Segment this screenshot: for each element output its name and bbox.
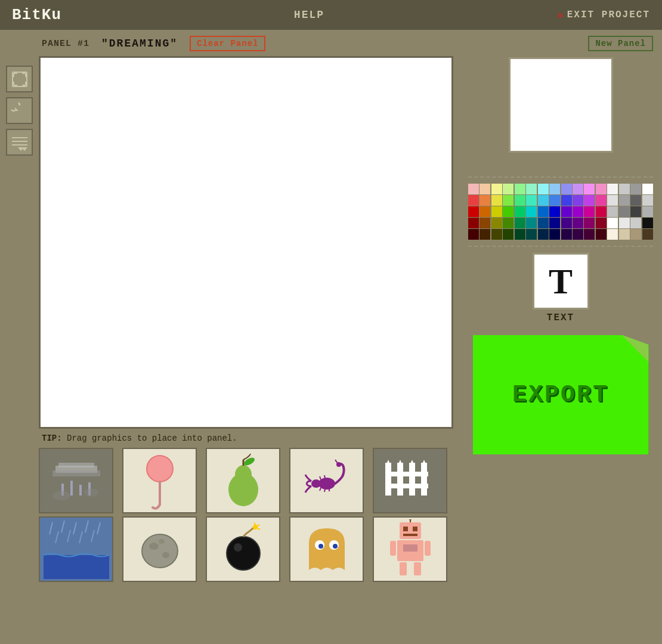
clear-panel-button[interactable]: Clear Panel [190,36,265,51]
color-swatch[interactable] [596,229,607,240]
color-swatch[interactable] [630,195,641,206]
undo-tool-button[interactable] [6,97,33,124]
color-swatch[interactable] [573,206,583,217]
color-swatch[interactable] [561,229,572,240]
color-swatch[interactable] [619,206,630,217]
color-swatch[interactable] [503,229,513,240]
color-swatch[interactable] [549,206,560,217]
color-swatch[interactable] [480,218,490,228]
color-swatch[interactable] [526,229,537,240]
color-swatch[interactable] [619,229,630,240]
sprite-fence[interactable] [373,448,447,513]
color-swatch[interactable] [515,206,525,217]
color-swatch[interactable] [526,218,537,228]
help-link[interactable]: HELP [294,9,324,21]
color-swatch[interactable] [619,195,630,206]
sprite-scorpion[interactable] [289,448,364,513]
color-swatch[interactable] [491,206,502,217]
color-swatch[interactable] [480,184,490,194]
sprite-cloud-storm[interactable] [39,448,113,513]
sprite-robot[interactable] [373,516,447,582]
new-panel-button[interactable]: New Panel [588,36,653,51]
color-swatch[interactable] [573,218,583,228]
color-swatch[interactable] [573,229,583,240]
color-swatch[interactable] [596,206,607,217]
color-swatch[interactable] [491,229,502,240]
color-swatch[interactable] [561,218,572,228]
color-swatch[interactable] [538,195,549,206]
color-swatch[interactable] [642,195,653,206]
color-swatch[interactable] [549,229,560,240]
export-button[interactable]: EXPORT [473,335,649,454]
color-swatch[interactable] [503,218,513,228]
color-swatch[interactable] [549,218,560,228]
color-swatch[interactable] [515,229,525,240]
sprite-lollipop[interactable] [122,448,197,513]
color-swatch[interactable] [596,184,607,194]
color-swatch[interactable] [549,195,560,206]
color-swatch[interactable] [607,206,618,217]
color-swatch[interactable] [515,195,525,206]
color-swatch[interactable] [468,184,479,194]
color-swatch[interactable] [630,229,641,240]
color-swatch[interactable] [561,195,572,206]
color-swatch[interactable] [584,195,595,206]
color-swatch[interactable] [584,184,595,194]
color-swatch[interactable] [584,229,595,240]
color-swatch[interactable] [468,229,479,240]
color-swatch[interactable] [561,206,572,217]
text-tool-button[interactable]: T [533,253,589,309]
color-swatch[interactable] [503,184,513,194]
color-swatch[interactable] [468,206,479,217]
color-swatch[interactable] [642,184,653,194]
color-swatch[interactable] [619,184,630,194]
color-swatch[interactable] [480,206,490,217]
color-swatch[interactable] [480,229,490,240]
sprite-ghost[interactable] [289,516,364,582]
color-swatch[interactable] [491,218,502,228]
color-swatch[interactable] [526,206,537,217]
color-swatch[interactable] [584,206,595,217]
color-swatch[interactable] [607,195,618,206]
color-swatch[interactable] [549,184,560,194]
color-swatch[interactable] [515,218,525,228]
color-swatch[interactable] [526,195,537,206]
sprite-bomb[interactable] [206,516,280,582]
color-swatch[interactable] [538,206,549,217]
color-swatch[interactable] [573,184,583,194]
color-swatch[interactable] [538,184,549,194]
color-swatch[interactable] [480,195,490,206]
color-swatch[interactable] [468,195,479,206]
exit-project-button[interactable]: ✕ EXIT PROJECT [557,8,650,21]
color-swatch[interactable] [526,184,537,194]
color-swatch[interactable] [607,184,618,194]
color-swatch[interactable] [573,195,583,206]
color-swatch[interactable] [607,229,618,240]
color-swatch[interactable] [538,218,549,228]
color-swatch[interactable] [642,206,653,217]
color-swatch[interactable] [491,184,502,194]
sprite-pear[interactable] [206,448,280,513]
color-swatch[interactable] [491,195,502,206]
color-swatch[interactable] [619,218,630,228]
color-swatch[interactable] [630,184,641,194]
resize-tool-button[interactable] [6,66,33,92]
color-swatch[interactable] [596,218,607,228]
sprite-meteor[interactable] [122,516,197,582]
color-swatch[interactable] [538,229,549,240]
color-swatch[interactable] [468,218,479,228]
animate-tool-button[interactable] [6,129,33,156]
color-swatch[interactable] [515,184,525,194]
color-swatch[interactable] [596,195,607,206]
color-swatch[interactable] [503,195,513,206]
sprite-rain-water[interactable] [39,516,113,582]
color-swatch[interactable] [642,218,653,228]
color-swatch[interactable] [630,206,641,217]
color-swatch[interactable] [607,218,618,228]
drawing-canvas[interactable] [39,56,453,429]
color-swatch[interactable] [503,206,513,217]
color-swatch[interactable] [561,184,572,194]
color-swatch[interactable] [584,218,595,228]
color-swatch[interactable] [630,218,641,228]
color-swatch[interactable] [642,229,653,240]
